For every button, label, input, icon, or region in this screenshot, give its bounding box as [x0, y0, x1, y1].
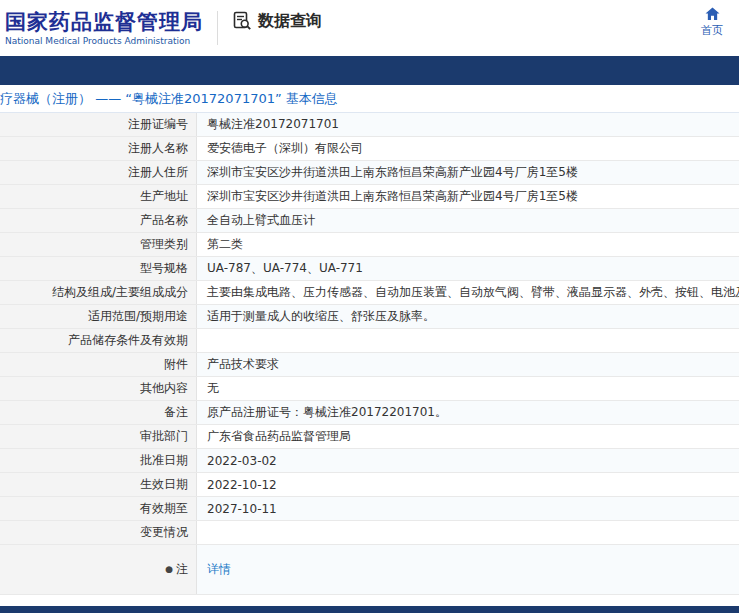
table-row: 注册人名称 爱安德电子（深圳）有限公司: [0, 137, 739, 161]
section-title-group: 数据查询: [232, 11, 322, 32]
field-label: 管理类别: [0, 233, 197, 256]
table-row: 注册证编号 粤械注准20172071701: [0, 113, 739, 137]
field-label-text: 审批部门: [140, 428, 188, 445]
header-divider: [217, 11, 218, 45]
table-row: 其他内容 无: [0, 377, 739, 401]
home-icon: [705, 7, 720, 21]
field-value-text: UA-787、UA-774、UA-771: [207, 260, 363, 277]
field-value: UA-787、UA-774、UA-771: [197, 257, 739, 280]
table-row: 有效期至 2027-10-11: [0, 497, 739, 521]
field-value-text: 主要由集成电路、压力传感器、自动加压装置、自动放气阀、臂带、液晶显示器、外壳、按…: [207, 284, 739, 301]
field-label: 注册证编号: [0, 113, 197, 136]
field-label-text: 适用范围/预期用途: [88, 308, 188, 325]
field-label: 其他内容: [0, 377, 197, 400]
home-label: 首页: [701, 23, 723, 38]
table-row: 审批部门 广东省食品药品监督管理局: [0, 425, 739, 449]
field-label-text: 变更情况: [140, 524, 188, 541]
detail-link[interactable]: 详情: [207, 561, 231, 578]
field-label: 有效期至: [0, 497, 197, 520]
home-link[interactable]: 首页: [701, 7, 723, 38]
field-label: ● 注: [0, 545, 197, 594]
nav-bar: [0, 56, 739, 85]
field-label: 批准日期: [0, 449, 197, 472]
field-label: 型号规格: [0, 257, 197, 280]
field-label: 注册人名称: [0, 137, 197, 160]
field-label: 变更情况: [0, 521, 197, 544]
field-label-text: 生产地址: [140, 188, 188, 205]
field-value: 适用于测量成人的收缩压、舒张压及脉率。: [197, 305, 739, 328]
field-label-text: 注册人名称: [128, 140, 188, 157]
field-label-text: 注册人住所: [128, 164, 188, 181]
table-row: 批准日期 2022-03-02: [0, 449, 739, 473]
field-value-text: 爱安德电子（深圳）有限公司: [207, 140, 363, 157]
table-row: 生产地址 深圳市宝安区沙井街道洪田上南东路恒昌荣高新产业园4号厂房1至5楼: [0, 185, 739, 209]
field-value: 2022-10-12: [197, 473, 739, 496]
field-label-text: 产品名称: [140, 212, 188, 229]
field-value: 主要由集成电路、压力传感器、自动加压装置、自动放气阀、臂带、液晶显示器、外壳、按…: [197, 281, 739, 304]
field-label: 生产地址: [0, 185, 197, 208]
field-label-text: 注: [176, 561, 188, 578]
table-row: 变更情况: [0, 521, 739, 545]
field-value: 原产品注册证号：粤械注准20172201701。: [197, 401, 739, 424]
field-value-text: 2027-10-11: [207, 502, 277, 516]
field-value: 产品技术要求: [197, 353, 739, 376]
field-value: 深圳市宝安区沙井街道洪田上南东路恒昌荣高新产业园4号厂房1至5楼: [197, 161, 739, 184]
field-value-text: 产品技术要求: [207, 356, 279, 373]
field-value: 广东省食品药品监督管理局: [197, 425, 739, 448]
field-value-text: 无: [207, 380, 219, 397]
table-row: 产品储存条件及有效期: [0, 329, 739, 353]
field-value: [197, 329, 739, 352]
field-label-text: 批准日期: [140, 452, 188, 469]
breadcrumb-row: 医疗器械（注册） —— “粤械注准20172071701” 基本信息: [0, 85, 739, 113]
field-value-text: 广东省食品药品监督管理局: [207, 428, 351, 445]
field-label-text: 生效日期: [140, 476, 188, 493]
table-row: 结构及组成/主要组成成分 主要由集成电路、压力传感器、自动加压装置、自动放气阀、…: [0, 281, 739, 305]
field-label-text: 管理类别: [140, 236, 188, 253]
table-row: 型号规格 UA-787、UA-774、UA-771: [0, 257, 739, 281]
field-value: 无: [197, 377, 739, 400]
field-value: 详情: [197, 545, 739, 594]
note-icon: ●: [165, 565, 173, 574]
field-value: 第二类: [197, 233, 739, 256]
field-label-text: 备注: [164, 404, 188, 421]
field-value-text: 粤械注准20172071701: [207, 116, 339, 133]
field-label: 适用范围/预期用途: [0, 305, 197, 328]
field-value-text: 第二类: [207, 236, 243, 253]
field-label-text: 有效期至: [140, 500, 188, 517]
logo-title: 国家药品监督管理局: [5, 10, 203, 34]
field-value: 全自动上臂式血压计: [197, 209, 739, 232]
registration-info-table: 注册证编号 粤械注准20172071701 注册人名称 爱安德电子（深圳）有限公…: [0, 113, 739, 595]
field-value-text: 适用于测量成人的收缩压、舒张压及脉率。: [207, 308, 435, 325]
field-label: 生效日期: [0, 473, 197, 496]
field-label-text: 其他内容: [140, 380, 188, 397]
field-label: 备注: [0, 401, 197, 424]
field-value: 深圳市宝安区沙井街道洪田上南东路恒昌荣高新产业园4号厂房1至5楼: [197, 185, 739, 208]
data-query-icon: [232, 11, 252, 31]
field-value-text: 2022-03-02: [207, 454, 277, 468]
field-label-text: 注册证编号: [128, 116, 188, 133]
table-row: 注册人住所 深圳市宝安区沙井街道洪田上南东路恒昌荣高新产业园4号厂房1至5楼: [0, 161, 739, 185]
table-row: 附件 产品技术要求: [0, 353, 739, 377]
table-row: 管理类别 第二类: [0, 233, 739, 257]
field-label: 附件: [0, 353, 197, 376]
footer-bar: [0, 606, 739, 613]
field-label-text: 产品储存条件及有效期: [68, 332, 188, 349]
field-label-text: 型号规格: [140, 260, 188, 277]
breadcrumb: 医疗器械（注册） —— “粤械注准20172071701” 基本信息: [0, 90, 338, 108]
field-value-text: 2022-10-12: [207, 478, 277, 492]
field-value-text: 原产品注册证号：粤械注准20172201701。: [207, 404, 447, 421]
field-value-text: 深圳市宝安区沙井街道洪田上南东路恒昌荣高新产业园4号厂房1至5楼: [207, 164, 578, 181]
field-value: [197, 521, 739, 544]
table-row: ● 注 详情: [0, 545, 739, 595]
logo[interactable]: 国家药品监督管理局 National Medical Products Admi…: [5, 10, 217, 46]
section-title: 数据查询: [258, 11, 322, 32]
field-value: 2022-03-02: [197, 449, 739, 472]
field-value: 2027-10-11: [197, 497, 739, 520]
field-value: 爱安德电子（深圳）有限公司: [197, 137, 739, 160]
field-label-text: 结构及组成/主要组成成分: [52, 284, 188, 301]
table-row: 适用范围/预期用途 适用于测量成人的收缩压、舒张压及脉率。: [0, 305, 739, 329]
field-value: 粤械注准20172071701: [197, 113, 739, 136]
table-row: 产品名称 全自动上臂式血压计: [0, 209, 739, 233]
field-label: 审批部门: [0, 425, 197, 448]
field-value-text: 深圳市宝安区沙井街道洪田上南东路恒昌荣高新产业园4号厂房1至5楼: [207, 188, 578, 205]
